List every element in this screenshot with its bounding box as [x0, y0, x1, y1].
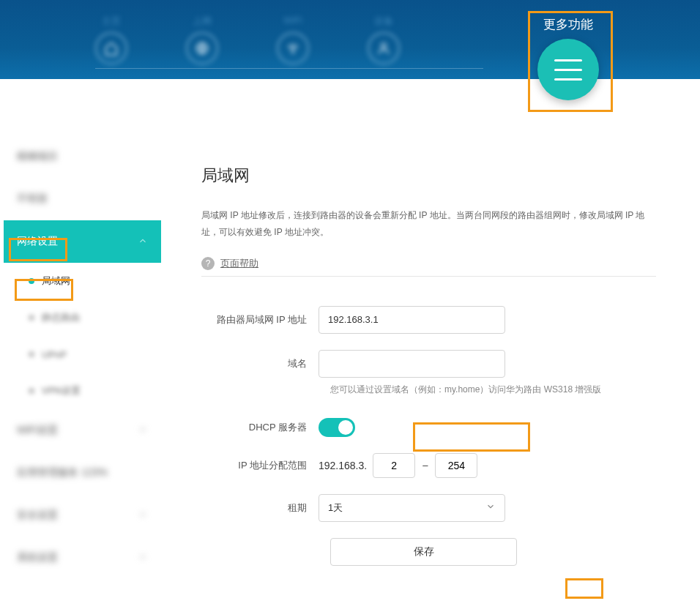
- sidebar-lan-label: 局域网: [42, 274, 70, 288]
- toggle-dhcp[interactable]: [319, 418, 355, 437]
- page-description: 局域网 IP 地址修改后，连接到路由器的设备会重新分配 IP 地址。当两台同网段…: [201, 207, 656, 241]
- more-button[interactable]: [537, 39, 599, 100]
- sidebar-sub-blur-2[interactable]: UPnP: [4, 336, 161, 373]
- sidebar-network-label: 网络设置: [17, 235, 58, 248]
- domain-hint: 您可以通过设置域名（例如：my.home）访问华为路由 WS318 增强版: [330, 384, 656, 396]
- row-dhcp: DHCP 服务器: [201, 418, 656, 437]
- help-link[interactable]: ? 页面帮助: [201, 257, 656, 270]
- label-ip-range: IP 地址分配范围: [201, 459, 319, 472]
- sidebar-item-blur-4[interactable]: 应用管理服务 123%: [4, 452, 161, 494]
- header-nav: 主页 上网 WiFi 设备: [95, 15, 400, 64]
- home-icon: [95, 32, 127, 64]
- sidebar-item-blur-1[interactable]: 模糊项目: [4, 135, 161, 178]
- main-content: 局域网 局域网 IP 地址修改后，连接到路由器的设备会重新分配 IP 地址。当两…: [161, 135, 696, 609]
- row-lease: 租期 1天: [201, 494, 656, 522]
- page-body: 模糊项目 不明显 网络设置 局域网 静态路由 UPnP VPN设置 WiFi设置: [4, 135, 696, 609]
- range-dash: –: [422, 460, 428, 471]
- row-ip-range: IP 地址分配范围 192.168.3. –: [201, 453, 656, 478]
- header-item-device[interactable]: 设备: [368, 15, 400, 64]
- active-dot-icon: [29, 278, 34, 284]
- help-label: 页面帮助: [220, 257, 258, 270]
- input-range-start[interactable]: [373, 453, 415, 478]
- row-router-ip: 路由器局域网 IP 地址: [201, 306, 656, 334]
- sidebar-item-network-settings[interactable]: 网络设置: [4, 220, 161, 263]
- sidebar-item-blur-6[interactable]: 系统设置: [4, 537, 161, 579]
- row-domain: 域名: [201, 350, 656, 378]
- row-save: 保存: [330, 538, 656, 566]
- chevron-down-icon: [485, 501, 496, 514]
- input-domain[interactable]: [319, 350, 505, 378]
- chevron-down-icon: [138, 425, 148, 437]
- input-range-end[interactable]: [435, 453, 477, 478]
- svg-point-1: [292, 52, 294, 53]
- sidebar-item-blur-5[interactable]: 安全设置: [4, 494, 161, 537]
- globe-icon: [186, 32, 218, 64]
- page-header: 主页 上网 WiFi 设备 更多功能: [0, 0, 700, 79]
- chevron-down-icon: [138, 552, 148, 564]
- svg-point-2: [381, 43, 387, 48]
- label-lease: 租期: [201, 501, 319, 515]
- header-item-home[interactable]: 主页: [95, 15, 127, 64]
- ip-range-prefix: 192.168.3.: [319, 460, 367, 471]
- sidebar-item-blur-2[interactable]: 不明显: [4, 178, 161, 220]
- hamburger-icon: [554, 59, 582, 61]
- chevron-down-icon: [138, 509, 148, 522]
- sidebar: 模糊项目 不明显 网络设置 局域网 静态路由 UPnP VPN设置 WiFi设置: [4, 135, 161, 609]
- header-underline: [95, 68, 483, 69]
- header-item-wifi[interactable]: WiFi: [277, 15, 309, 64]
- inactive-dot-icon: [29, 388, 34, 394]
- header-more: 更多功能: [528, 16, 608, 100]
- label-router-ip: 路由器局域网 IP 地址: [201, 313, 319, 326]
- label-domain: 域名: [201, 357, 319, 370]
- select-lease-value: 1天: [328, 501, 343, 515]
- divider: [201, 276, 656, 277]
- select-lease[interactable]: 1天: [319, 494, 505, 522]
- toggle-knob: [338, 420, 353, 435]
- page-title: 局域网: [201, 165, 656, 187]
- chevron-up-icon: [138, 236, 148, 248]
- more-label: 更多功能: [543, 16, 593, 33]
- help-icon: ?: [201, 257, 215, 270]
- user-icon: [368, 32, 400, 64]
- sidebar-sub-blur-1[interactable]: 静态路由: [4, 299, 161, 336]
- inactive-dot-icon: [29, 351, 34, 357]
- save-label: 保存: [414, 545, 434, 558]
- save-button[interactable]: 保存: [330, 538, 517, 566]
- sidebar-item-blur-3[interactable]: WiFi设置: [4, 409, 161, 452]
- inactive-dot-icon: [29, 315, 34, 321]
- sidebar-sub-lan[interactable]: 局域网: [4, 263, 161, 299]
- input-router-ip[interactable]: [319, 306, 505, 334]
- label-dhcp: DHCP 服务器: [201, 421, 319, 434]
- wifi-icon: [277, 32, 309, 64]
- sidebar-sub-blur-3[interactable]: VPN设置: [4, 373, 161, 409]
- header-item-internet[interactable]: 上网: [186, 15, 218, 64]
